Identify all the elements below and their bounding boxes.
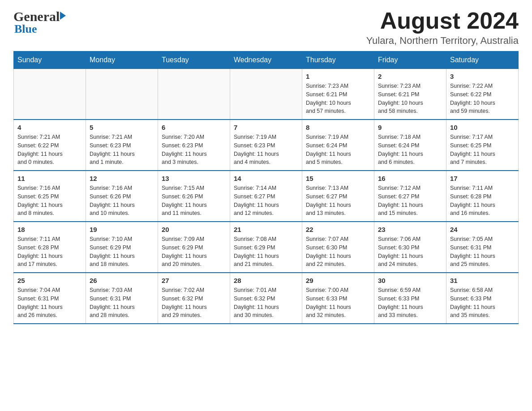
day-cell: 15Sunrise: 7:13 AM Sunset: 6:27 PM Dayli… xyxy=(302,171,374,222)
day-number: 24 xyxy=(450,226,515,233)
day-info: Sunrise: 7:11 AM Sunset: 6:28 PM Dayligh… xyxy=(450,184,515,218)
day-number: 13 xyxy=(162,175,226,182)
day-cell: 2Sunrise: 7:23 AM Sunset: 6:21 PM Daylig… xyxy=(374,69,446,120)
day-cell: 19Sunrise: 7:10 AM Sunset: 6:29 PM Dayli… xyxy=(86,222,158,273)
day-info: Sunrise: 7:21 AM Sunset: 6:22 PM Dayligh… xyxy=(17,133,82,167)
day-cell xyxy=(230,69,302,120)
day-info: Sunrise: 7:06 AM Sunset: 6:30 PM Dayligh… xyxy=(378,235,442,269)
day-number: 1 xyxy=(306,73,370,80)
day-number: 22 xyxy=(306,226,370,233)
day-number: 7 xyxy=(234,124,298,131)
day-cell: 16Sunrise: 7:12 AM Sunset: 6:27 PM Dayli… xyxy=(374,171,446,222)
week-row-3: 11Sunrise: 7:16 AM Sunset: 6:25 PM Dayli… xyxy=(14,171,519,222)
day-number: 15 xyxy=(306,175,370,182)
day-number: 6 xyxy=(162,124,226,131)
day-cell: 25Sunrise: 7:04 AM Sunset: 6:31 PM Dayli… xyxy=(14,273,86,324)
day-cell: 22Sunrise: 7:07 AM Sunset: 6:30 PM Dayli… xyxy=(302,222,374,273)
day-number: 2 xyxy=(378,73,442,80)
logo-arrow-icon xyxy=(60,12,66,20)
day-number: 30 xyxy=(378,277,442,284)
day-info: Sunrise: 7:07 AM Sunset: 6:30 PM Dayligh… xyxy=(306,235,370,269)
day-info: Sunrise: 7:15 AM Sunset: 6:26 PM Dayligh… xyxy=(162,184,226,218)
day-cell: 12Sunrise: 7:16 AM Sunset: 6:26 PM Dayli… xyxy=(86,171,158,222)
day-number: 3 xyxy=(450,73,515,80)
day-info: Sunrise: 7:16 AM Sunset: 6:26 PM Dayligh… xyxy=(90,184,154,218)
day-cell: 17Sunrise: 7:11 AM Sunset: 6:28 PM Dayli… xyxy=(446,171,519,222)
day-info: Sunrise: 7:17 AM Sunset: 6:25 PM Dayligh… xyxy=(450,133,515,167)
day-number: 18 xyxy=(17,226,82,233)
day-header-monday: Monday xyxy=(86,51,158,69)
day-cell: 10Sunrise: 7:17 AM Sunset: 6:25 PM Dayli… xyxy=(446,120,519,171)
day-cell: 30Sunrise: 6:59 AM Sunset: 6:33 PM Dayli… xyxy=(374,273,446,324)
week-row-4: 18Sunrise: 7:11 AM Sunset: 6:28 PM Dayli… xyxy=(14,222,519,273)
day-header-wednesday: Wednesday xyxy=(230,51,302,69)
day-info: Sunrise: 7:23 AM Sunset: 6:21 PM Dayligh… xyxy=(378,82,442,116)
calendar-body: 1Sunrise: 7:23 AM Sunset: 6:21 PM Daylig… xyxy=(14,69,519,324)
day-number: 29 xyxy=(306,277,370,284)
day-info: Sunrise: 7:08 AM Sunset: 6:29 PM Dayligh… xyxy=(234,235,298,269)
day-info: Sunrise: 7:21 AM Sunset: 6:23 PM Dayligh… xyxy=(90,133,154,167)
day-number: 14 xyxy=(234,175,298,182)
day-info: Sunrise: 7:20 AM Sunset: 6:23 PM Dayligh… xyxy=(162,133,226,167)
day-info: Sunrise: 7:22 AM Sunset: 6:22 PM Dayligh… xyxy=(450,82,515,116)
day-number: 17 xyxy=(450,175,515,182)
day-info: Sunrise: 7:16 AM Sunset: 6:25 PM Dayligh… xyxy=(17,184,82,218)
day-info: Sunrise: 6:58 AM Sunset: 6:33 PM Dayligh… xyxy=(450,286,515,320)
title-block: August 2024 Yulara, Northern Territory, … xyxy=(366,9,519,47)
day-info: Sunrise: 7:00 AM Sunset: 6:33 PM Dayligh… xyxy=(306,286,370,320)
day-info: Sunrise: 7:14 AM Sunset: 6:27 PM Dayligh… xyxy=(234,184,298,218)
day-cell: 29Sunrise: 7:00 AM Sunset: 6:33 PM Dayli… xyxy=(302,273,374,324)
day-header-friday: Friday xyxy=(374,51,446,69)
day-number: 11 xyxy=(17,175,82,182)
day-info: Sunrise: 7:18 AM Sunset: 6:24 PM Dayligh… xyxy=(378,133,442,167)
day-cell: 7Sunrise: 7:19 AM Sunset: 6:23 PM Daylig… xyxy=(230,120,302,171)
day-header-sunday: Sunday xyxy=(14,51,86,69)
day-number: 31 xyxy=(450,277,515,284)
day-info: Sunrise: 7:05 AM Sunset: 6:31 PM Dayligh… xyxy=(450,235,515,269)
day-cell: 8Sunrise: 7:19 AM Sunset: 6:24 PM Daylig… xyxy=(302,120,374,171)
day-number: 12 xyxy=(90,175,154,182)
day-cell: 9Sunrise: 7:18 AM Sunset: 6:24 PM Daylig… xyxy=(374,120,446,171)
week-row-5: 25Sunrise: 7:04 AM Sunset: 6:31 PM Dayli… xyxy=(14,273,519,324)
day-info: Sunrise: 7:23 AM Sunset: 6:21 PM Dayligh… xyxy=(306,82,370,116)
day-cell: 6Sunrise: 7:20 AM Sunset: 6:23 PM Daylig… xyxy=(158,120,230,171)
day-number: 23 xyxy=(378,226,442,233)
day-info: Sunrise: 7:13 AM Sunset: 6:27 PM Dayligh… xyxy=(306,184,370,218)
day-number: 5 xyxy=(90,124,154,131)
day-number: 27 xyxy=(162,277,226,284)
page-header: General Blue August 2024 Yulara, Norther… xyxy=(13,9,519,47)
day-cell: 23Sunrise: 7:06 AM Sunset: 6:30 PM Dayli… xyxy=(374,222,446,273)
location-subtitle: Yulara, Northern Territory, Australia xyxy=(366,35,519,47)
day-info: Sunrise: 7:19 AM Sunset: 6:23 PM Dayligh… xyxy=(234,133,298,167)
day-cell: 4Sunrise: 7:21 AM Sunset: 6:22 PM Daylig… xyxy=(14,120,86,171)
day-number: 19 xyxy=(90,226,154,233)
day-cell: 3Sunrise: 7:22 AM Sunset: 6:22 PM Daylig… xyxy=(446,69,519,120)
day-cell xyxy=(86,69,158,120)
day-number: 10 xyxy=(450,124,515,131)
logo: General Blue xyxy=(13,9,66,36)
day-cell: 24Sunrise: 7:05 AM Sunset: 6:31 PM Dayli… xyxy=(446,222,519,273)
day-number: 25 xyxy=(17,277,82,284)
day-info: Sunrise: 7:04 AM Sunset: 6:31 PM Dayligh… xyxy=(17,286,82,320)
day-cell: 31Sunrise: 6:58 AM Sunset: 6:33 PM Dayli… xyxy=(446,273,519,324)
day-cell: 20Sunrise: 7:09 AM Sunset: 6:29 PM Dayli… xyxy=(158,222,230,273)
day-header-tuesday: Tuesday xyxy=(158,51,230,69)
day-number: 21 xyxy=(234,226,298,233)
day-info: Sunrise: 6:59 AM Sunset: 6:33 PM Dayligh… xyxy=(378,286,442,320)
day-cell xyxy=(158,69,230,120)
day-number: 9 xyxy=(378,124,442,131)
day-number: 4 xyxy=(17,124,82,131)
day-cell: 13Sunrise: 7:15 AM Sunset: 6:26 PM Dayli… xyxy=(158,171,230,222)
day-header-saturday: Saturday xyxy=(446,51,519,69)
day-info: Sunrise: 7:12 AM Sunset: 6:27 PM Dayligh… xyxy=(378,184,442,218)
day-info: Sunrise: 7:19 AM Sunset: 6:24 PM Dayligh… xyxy=(306,133,370,167)
calendar-header: SundayMondayTuesdayWednesdayThursdayFrid… xyxy=(14,51,519,69)
day-info: Sunrise: 7:11 AM Sunset: 6:28 PM Dayligh… xyxy=(17,235,82,269)
day-info: Sunrise: 7:03 AM Sunset: 6:31 PM Dayligh… xyxy=(90,286,154,320)
day-cell: 1Sunrise: 7:23 AM Sunset: 6:21 PM Daylig… xyxy=(302,69,374,120)
day-cell: 28Sunrise: 7:01 AM Sunset: 6:32 PM Dayli… xyxy=(230,273,302,324)
month-year-title: August 2024 xyxy=(366,9,519,32)
week-row-1: 1Sunrise: 7:23 AM Sunset: 6:21 PM Daylig… xyxy=(14,69,519,120)
week-row-2: 4Sunrise: 7:21 AM Sunset: 6:22 PM Daylig… xyxy=(14,120,519,171)
day-number: 28 xyxy=(234,277,298,284)
